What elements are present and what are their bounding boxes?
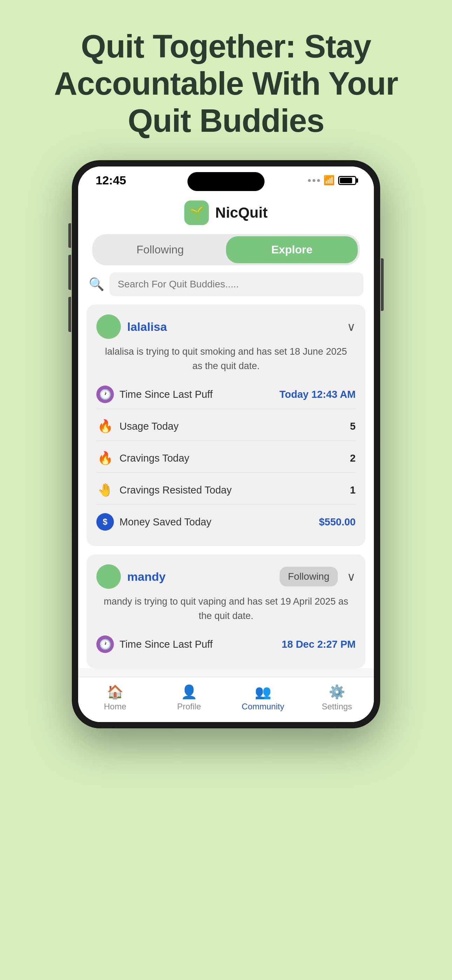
nav-item-community[interactable]: 👥 Community xyxy=(226,684,300,711)
nav-label-profile: Profile xyxy=(177,702,201,711)
stat-label-usage-lalalisa: Usage Today xyxy=(119,421,344,432)
battery-fill xyxy=(340,178,352,183)
nav-item-profile[interactable]: 👤 Profile xyxy=(152,684,226,711)
stat-value-cravings-lalalisa: 2 xyxy=(350,452,356,464)
hand-icon-resisted: 🤚 xyxy=(96,481,114,499)
user-description-lalalisa: lalalisa is trying to quit smoking and h… xyxy=(96,345,356,373)
stat-row-usage-lalalisa: 🔥 Usage Today 5 xyxy=(96,412,356,441)
tab-following[interactable]: Following xyxy=(94,236,226,263)
stat-row-time-mandy: 🕐 Time Since Last Puff 18 Dec 2:27 PM xyxy=(96,630,356,659)
user-name-mandy: mandy xyxy=(127,570,273,584)
dollar-icon-money: $ xyxy=(96,513,114,531)
volume-mute-button xyxy=(68,223,71,248)
stat-label-cravings-lalalisa: Cravings Today xyxy=(119,452,344,464)
stat-row-cravings-lalalisa: 🔥 Cravings Today 2 xyxy=(96,444,356,473)
stat-row-resisted-lalalisa: 🤚 Cravings Resisted Today 1 xyxy=(96,476,356,504)
profile-icon: 👤 xyxy=(181,684,197,700)
search-container: 🔍 xyxy=(89,272,363,296)
expand-icon-mandy[interactable]: ∨ xyxy=(347,570,356,584)
clock-icon-lalalisa: 🕐 xyxy=(96,385,114,403)
user-name-lalalisa: lalalisa xyxy=(127,320,338,334)
stat-label-resisted-lalalisa: Cravings Resisted Today xyxy=(119,484,344,496)
tab-switcher: Following Explore xyxy=(92,234,360,265)
settings-icon: ⚙️ xyxy=(329,684,345,700)
app-content: 🌱 NicQuit Following Explore 🔍 lalalisa ∨ xyxy=(78,191,374,668)
divider-4 xyxy=(96,504,356,505)
phone-screen: 12:45 📶 🌱 NicQuit xyxy=(78,167,374,722)
user-avatar-lalalisa xyxy=(96,314,121,339)
stat-value-money-lalalisa: $550.00 xyxy=(319,516,356,528)
nav-label-community: Community xyxy=(242,702,284,711)
stat-row-money-lalalisa: $ Money Saved Today $550.00 xyxy=(96,508,356,536)
app-logo: 🌱 xyxy=(184,200,209,225)
nav-item-home[interactable]: 🏠 Home xyxy=(78,684,152,711)
signal-dot-1 xyxy=(308,179,311,182)
status-bar: 12:45 📶 xyxy=(78,167,374,191)
phone-frame: 12:45 📶 🌱 NicQuit xyxy=(72,160,380,728)
search-input[interactable] xyxy=(109,272,363,296)
page-header: Quit Together: Stay Accountable With You… xyxy=(0,0,452,160)
user-avatar-mandy xyxy=(96,564,121,589)
user-description-mandy: mandy is trying to quit vaping and has s… xyxy=(96,595,356,623)
dynamic-island xyxy=(188,172,264,191)
wifi-icon: 📶 xyxy=(323,175,334,186)
divider-2 xyxy=(96,441,356,441)
clock-icon-mandy: 🕐 xyxy=(96,635,114,653)
nav-item-settings[interactable]: ⚙️ Settings xyxy=(300,684,374,711)
battery-icon xyxy=(338,176,357,185)
app-header: 🌱 NicQuit xyxy=(78,191,374,231)
bottom-nav: 🏠 Home 👤 Profile 👥 Community ⚙️ Settings xyxy=(78,677,374,722)
nav-label-home: Home xyxy=(104,702,126,711)
signal-dot-2 xyxy=(312,179,315,182)
following-badge-mandy[interactable]: Following xyxy=(280,567,338,586)
divider-3 xyxy=(96,473,356,473)
stat-value-usage-lalalisa: 5 xyxy=(350,421,356,432)
tab-explore[interactable]: Explore xyxy=(226,236,358,263)
stat-label-time-mandy: Time Since Last Puff xyxy=(119,639,276,650)
expand-icon-lalalisa[interactable]: ∨ xyxy=(347,320,356,334)
volume-down-button xyxy=(68,297,71,332)
user-card-lalalisa-header: lalalisa ∨ xyxy=(96,314,356,339)
signal-dots xyxy=(308,179,320,182)
app-logo-emoji: 🌱 xyxy=(189,205,205,220)
power-button xyxy=(381,258,384,311)
user-card-lalalisa: lalalisa ∨ lalalisa is trying to quit sm… xyxy=(86,305,366,546)
stat-label-money-lalalisa: Money Saved Today xyxy=(119,516,313,528)
app-name: NicQuit xyxy=(215,204,267,221)
fire-icon-cravings: 🔥 xyxy=(96,449,114,467)
status-time: 12:45 xyxy=(95,173,126,187)
user-card-mandy-header: mandy Following ∨ xyxy=(96,564,356,589)
fire-icon-usage: 🔥 xyxy=(96,417,114,435)
stat-value-resisted-lalalisa: 1 xyxy=(350,484,356,496)
status-icons: 📶 xyxy=(308,175,357,186)
user-card-mandy: mandy Following ∨ mandy is trying to qui… xyxy=(86,555,366,668)
stat-row-time-lalalisa: 🕐 Time Since Last Puff Today 12:43 AM xyxy=(96,380,356,409)
stat-value-time-mandy: 18 Dec 2:27 PM xyxy=(282,639,356,650)
search-icon: 🔍 xyxy=(89,277,104,292)
community-icon: 👥 xyxy=(255,684,271,700)
divider-1 xyxy=(96,409,356,409)
home-icon: 🏠 xyxy=(107,684,123,700)
volume-up-button xyxy=(68,255,71,290)
nav-label-settings: Settings xyxy=(321,702,352,711)
page-title: Quit Together: Stay Accountable With You… xyxy=(21,28,431,139)
signal-dot-3 xyxy=(317,179,320,182)
stat-value-time-lalalisa: Today 12:43 AM xyxy=(279,389,356,400)
stat-label-time-lalalisa: Time Since Last Puff xyxy=(119,389,274,400)
